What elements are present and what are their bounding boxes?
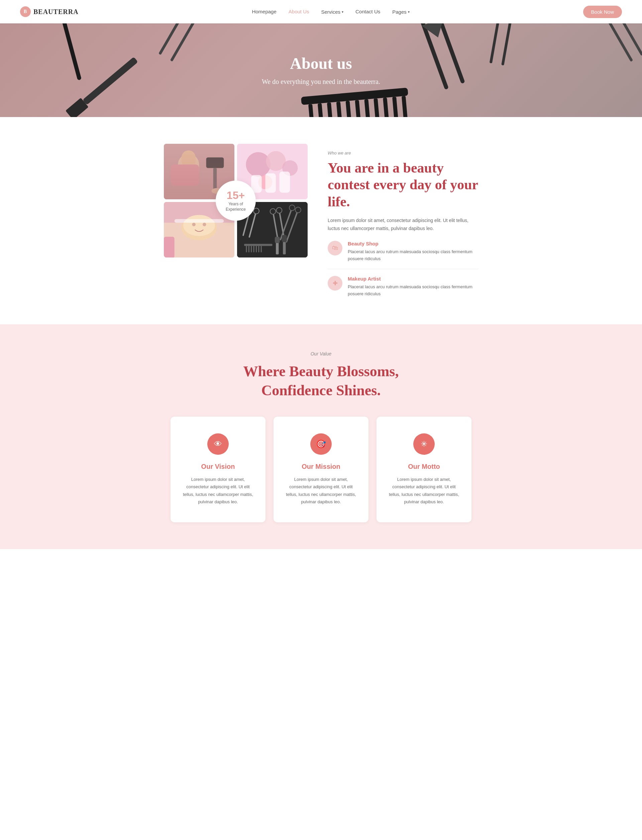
svg-rect-22 bbox=[301, 88, 408, 105]
svg-rect-9 bbox=[159, 23, 201, 55]
svg-rect-45 bbox=[213, 168, 217, 189]
who-we-are-label: Who we are bbox=[328, 151, 478, 156]
vision-title: Our Vision bbox=[183, 463, 253, 470]
nav-item-contact[interactable]: Contact Us bbox=[355, 9, 380, 15]
our-value-label: Our Value bbox=[20, 351, 622, 357]
svg-rect-26 bbox=[336, 102, 343, 117]
svg-rect-82 bbox=[256, 246, 257, 253]
svg-marker-12 bbox=[178, 23, 199, 27]
svg-rect-24 bbox=[318, 103, 324, 117]
brand-name: BEAUTERRA bbox=[34, 8, 79, 16]
svg-rect-32 bbox=[392, 97, 399, 117]
svg-rect-23 bbox=[308, 104, 315, 117]
svg-rect-53 bbox=[265, 173, 276, 193]
service-item-2: ✚ Makeup Artist Placerat lacus arcu rutr… bbox=[328, 276, 478, 304]
svg-rect-25 bbox=[327, 102, 333, 117]
years-text: Years of Experience bbox=[226, 202, 246, 212]
svg-rect-59 bbox=[175, 219, 224, 223]
years-badge: 15+ Years of Experience bbox=[216, 180, 256, 221]
svg-rect-0 bbox=[54, 23, 82, 80]
about-content: Who we are You are in a beauty contest e… bbox=[328, 144, 478, 304]
value-section: Our Value Where Beauty Blossoms, Confide… bbox=[0, 324, 642, 549]
beauty-shop-icon: 🛍 bbox=[328, 241, 342, 255]
svg-rect-44 bbox=[206, 157, 224, 168]
service-item-2-content: Makeup Artist Placerat lacus arcu rutrum… bbox=[348, 276, 478, 298]
motto-desc: Lorem ipsum dolor sit amet, consectetur … bbox=[389, 476, 459, 505]
service-item-1-content: Beauty Shop Placerat lacus arcu rutrum m… bbox=[348, 241, 478, 263]
vision-desc: Lorem ipsum dolor sit amet, consectetur … bbox=[183, 476, 253, 505]
svg-rect-54 bbox=[280, 172, 290, 193]
svg-rect-41 bbox=[178, 154, 199, 182]
service-items-list: 🛍 Beauty Shop Placerat lacus arcu rutrum… bbox=[328, 241, 478, 304]
service-item-1: 🛍 Beauty Shop Placerat lacus arcu rutrum… bbox=[328, 241, 478, 269]
svg-rect-83 bbox=[258, 246, 259, 253]
svg-rect-62 bbox=[164, 237, 175, 258]
hero-title: About us bbox=[262, 54, 380, 73]
motto-title: Our Motto bbox=[389, 463, 459, 470]
svg-rect-21 bbox=[501, 23, 519, 66]
value-cards: 👁 Our Vision Lorem ipsum dolor sit amet,… bbox=[170, 417, 472, 522]
svg-rect-77 bbox=[244, 244, 272, 246]
svg-point-61 bbox=[203, 223, 206, 226]
nav-link-services: Services bbox=[321, 9, 341, 15]
makeup-artist-icon: ✚ bbox=[328, 276, 342, 290]
svg-rect-28 bbox=[355, 100, 361, 117]
svg-rect-79 bbox=[248, 246, 250, 253]
navbar: B BEAUTERRA Homepage About Us Services ▾… bbox=[0, 0, 642, 23]
svg-rect-33 bbox=[402, 96, 408, 117]
svg-rect-86 bbox=[275, 237, 280, 243]
nav-link-pages: Pages bbox=[392, 9, 407, 15]
service-1-title: Beauty Shop bbox=[348, 241, 478, 246]
nav-link-about[interactable]: About Us bbox=[289, 9, 309, 15]
nav-links: Homepage About Us Services ▾ Contact Us … bbox=[252, 9, 409, 15]
svg-rect-30 bbox=[373, 98, 380, 117]
nav-link-homepage[interactable]: Homepage bbox=[252, 9, 276, 15]
nav-item-pages[interactable]: Pages ▾ bbox=[392, 9, 410, 15]
mission-title: Our Mission bbox=[285, 463, 357, 470]
svg-point-60 bbox=[192, 223, 196, 226]
nav-item-homepage[interactable]: Homepage bbox=[252, 9, 276, 15]
svg-rect-31 bbox=[383, 98, 389, 117]
about-description: Lorem ipsum dolor sit amet, consectetur … bbox=[328, 217, 478, 233]
value-card-motto: ✳ Our Motto Lorem ipsum dolor sit amet, … bbox=[376, 417, 472, 522]
svg-rect-34 bbox=[83, 57, 138, 105]
service-1-desc: Placerat lacus arcu rutrum malesuada soc… bbox=[348, 248, 478, 263]
nav-item-about[interactable]: About Us bbox=[289, 9, 309, 15]
nav-link-contact[interactable]: Contact Us bbox=[355, 9, 380, 15]
logo[interactable]: B BEAUTERRA bbox=[20, 6, 79, 17]
hero-subtitle: We do everything you need in the beauter… bbox=[262, 76, 380, 87]
about-section: 15+ Years of Experience Who we are You a… bbox=[137, 117, 505, 324]
svg-rect-80 bbox=[251, 246, 252, 253]
svg-rect-29 bbox=[364, 99, 371, 117]
svg-rect-42 bbox=[182, 151, 196, 168]
hero-section: About us We do everything you need in th… bbox=[0, 23, 642, 117]
hero-content: About us We do everything you need in th… bbox=[262, 54, 380, 87]
motto-icon: ✳ bbox=[413, 433, 435, 455]
svg-point-58 bbox=[183, 215, 215, 236]
svg-rect-78 bbox=[246, 246, 247, 253]
svg-rect-11 bbox=[170, 23, 212, 62]
pages-chevron-icon: ▾ bbox=[408, 10, 410, 14]
years-number: 15+ bbox=[227, 189, 245, 202]
logo-icon: B bbox=[20, 6, 31, 17]
service-2-title: Makeup Artist bbox=[348, 276, 478, 282]
about-images: 15+ Years of Experience bbox=[164, 144, 308, 258]
value-card-mission: 🎯 Our Mission Lorem ipsum dolor sit amet… bbox=[274, 417, 368, 522]
svg-rect-88 bbox=[282, 235, 287, 242]
about-heading: You are in a beauty contest every day of… bbox=[328, 159, 478, 210]
mission-icon: 🎯 bbox=[310, 433, 332, 455]
svg-rect-84 bbox=[261, 246, 262, 253]
service-2-desc: Placerat lacus arcu rutrum malesuada soc… bbox=[348, 284, 478, 298]
svg-rect-27 bbox=[346, 101, 352, 117]
svg-rect-43 bbox=[171, 164, 199, 186]
mission-desc: Lorem ipsum dolor sit amet, consectetur … bbox=[285, 476, 357, 505]
value-card-vision: 👁 Our Vision Lorem ipsum dolor sit amet,… bbox=[170, 417, 266, 522]
vision-icon: 👁 bbox=[207, 433, 229, 455]
services-chevron-icon: ▾ bbox=[342, 10, 344, 14]
nav-item-services[interactable]: Services ▾ bbox=[321, 9, 344, 15]
book-now-button[interactable]: Book Now bbox=[583, 6, 622, 18]
svg-rect-81 bbox=[253, 246, 255, 253]
value-heading: Where Beauty Blossoms, Confidence Shines… bbox=[20, 362, 622, 400]
